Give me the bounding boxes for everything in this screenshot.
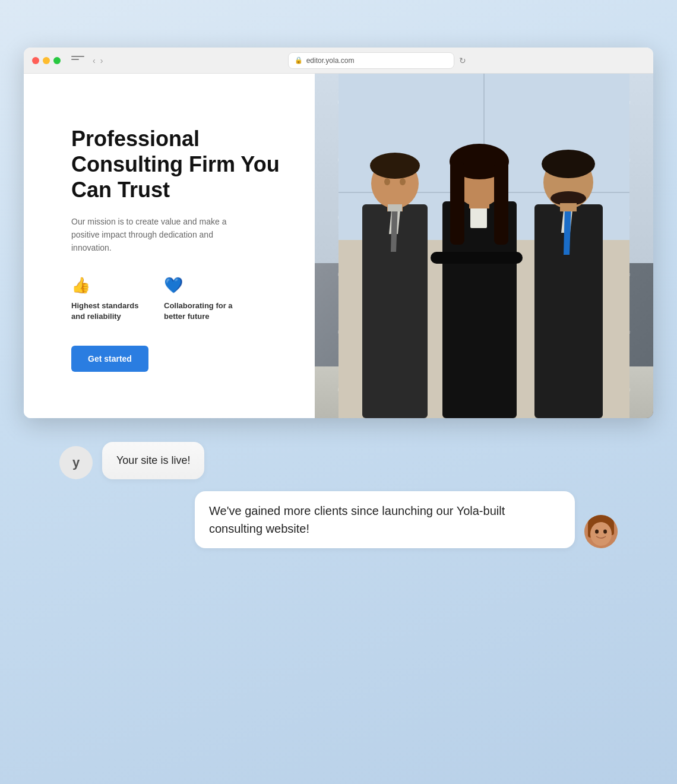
website-hero-image: Unsplash Unsplash Unsplash Unsplash Unsp…	[315, 74, 653, 418]
outer-wrapper: ‹ › 🔒 editor.yola.com ↻ Professional Con…	[24, 36, 653, 748]
reload-button[interactable]: ↻	[459, 56, 466, 65]
feature-label-2: Collaborating for a better future	[164, 301, 235, 322]
traffic-lights	[32, 57, 61, 64]
svg-point-9	[384, 178, 390, 185]
yola-avatar: y	[59, 446, 93, 479]
forward-button[interactable]: ›	[100, 56, 103, 65]
user-avatar-face	[584, 515, 618, 548]
people-illustration	[315, 74, 653, 418]
svg-rect-19	[469, 201, 489, 208]
hero-description: Our mission is to create value and make …	[71, 215, 238, 255]
back-button[interactable]: ‹	[93, 56, 96, 65]
address-bar-wrapper: 🔒 editor.yola.com ↻	[109, 52, 645, 69]
website-content: Professional Consulting Firm You Can Tru…	[24, 74, 653, 418]
svg-rect-17	[450, 162, 464, 245]
close-button[interactable]	[32, 57, 39, 64]
svg-rect-27	[560, 203, 577, 211]
user-avatar	[584, 515, 618, 548]
address-bar[interactable]: 🔒 editor.yola.com	[288, 52, 454, 69]
heart-icon: 💙	[164, 276, 235, 295]
chat-bubble-2: We've gained more clients since launchin…	[195, 491, 575, 548]
chat-area: y Your site is live! We've gained more c…	[24, 418, 653, 572]
svg-point-32	[590, 522, 612, 546]
chat-bubble-1: Your site is live!	[102, 442, 204, 479]
svg-rect-12	[388, 204, 402, 211]
chat-message-1-text: Your site is live!	[116, 454, 190, 466]
svg-point-33	[595, 530, 599, 534]
feature-label-1: Highest standards and reliability	[71, 301, 143, 322]
url-text: editor.yola.com	[306, 56, 355, 65]
sidebar-toggle[interactable]	[71, 56, 84, 65]
get-started-button[interactable]: Get started	[71, 346, 148, 372]
svg-point-34	[603, 530, 607, 534]
chat-message-row-1: y Your site is live!	[59, 442, 618, 479]
lock-icon: 🔒	[295, 56, 303, 64]
thumbs-up-icon: 👍	[71, 276, 143, 295]
browser-window: ‹ › 🔒 editor.yola.com ↻ Professional Con…	[24, 48, 653, 418]
browser-toolbar: ‹ › 🔒 editor.yola.com ↻	[24, 48, 653, 74]
minimize-button[interactable]	[43, 57, 50, 64]
maximize-button[interactable]	[53, 57, 61, 64]
svg-point-8	[370, 153, 420, 179]
chat-message-2-text: We've gained more clients since launchin…	[209, 504, 505, 535]
nav-arrows: ‹ ›	[93, 56, 103, 65]
svg-point-10	[400, 178, 406, 185]
chat-message-row-2: We've gained more clients since launchin…	[59, 491, 618, 548]
svg-rect-18	[494, 162, 508, 245]
avatar-letter: y	[72, 455, 80, 470]
svg-rect-20	[431, 252, 523, 264]
feature-item-1: 👍 Highest standards and reliability	[71, 276, 143, 322]
photo-background: Unsplash Unsplash Unsplash Unsplash Unsp…	[315, 74, 653, 418]
feature-items: 👍 Highest standards and reliability 💙 Co…	[71, 276, 285, 322]
website-left-panel: Professional Consulting Firm You Can Tru…	[24, 74, 315, 418]
hero-title: Professional Consulting Firm You Can Tru…	[71, 126, 285, 203]
svg-point-25	[542, 150, 595, 178]
feature-item-2: 💙 Collaborating for a better future	[164, 276, 235, 322]
